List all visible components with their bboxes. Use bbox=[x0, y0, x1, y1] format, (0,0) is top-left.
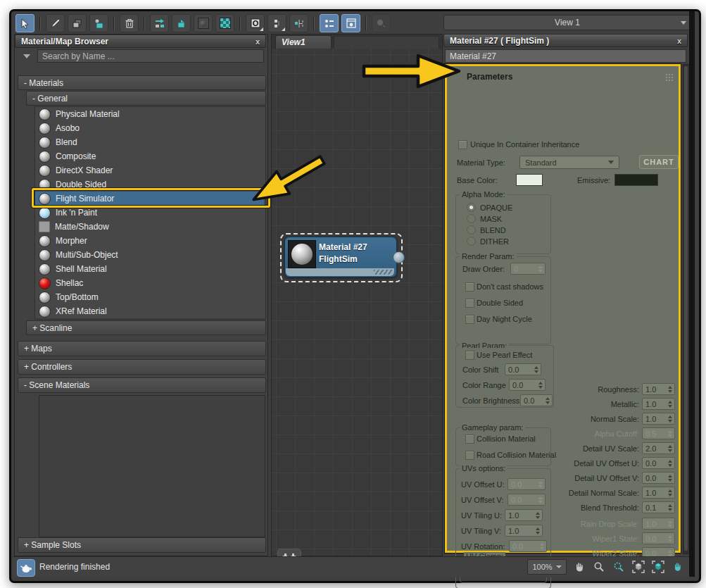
search-options-button[interactable] bbox=[19, 50, 34, 62]
alpha-mask-radio[interactable] bbox=[467, 214, 476, 223]
blend-threshold-spinner[interactable]: 0.1 bbox=[642, 501, 675, 513]
draw-order-spinner[interactable]: 0 bbox=[510, 263, 546, 275]
material-item-matte-shadow[interactable]: Matte/Shadow bbox=[35, 220, 264, 234]
alpha-blend-radio[interactable] bbox=[467, 225, 476, 234]
material-item-morpher[interactable]: Morpher bbox=[35, 234, 264, 249]
material-name-field[interactable]: Material #27 bbox=[445, 49, 686, 63]
chart-button[interactable]: CHART bbox=[639, 155, 679, 169]
zero-slots-button[interactable]: O bbox=[246, 14, 265, 32]
browser-header[interactable]: Material/Map Browser x bbox=[15, 35, 266, 48]
metallic-spinner[interactable]: 1.0 bbox=[642, 398, 675, 410]
spinner-arrows-icon[interactable] bbox=[534, 527, 542, 534]
material-item-xref-material[interactable]: XRef Material bbox=[35, 304, 264, 319]
dont-cast-shadows-checkbox[interactable] bbox=[465, 282, 474, 292]
layout-children-button[interactable] bbox=[267, 14, 286, 32]
group-sample-slots[interactable]: + Sample Slots bbox=[18, 537, 266, 553]
delete-selected-button[interactable] bbox=[120, 14, 139, 32]
material-item-directx-shader[interactable]: DirectX Shader bbox=[35, 163, 264, 178]
detail-uv-offset-u-spinner[interactable]: 0.0 bbox=[642, 457, 675, 469]
view-selector-dropdown[interactable]: View 1 bbox=[443, 15, 691, 30]
pan-tool-button[interactable] bbox=[572, 560, 586, 575]
spinner-arrows-icon[interactable] bbox=[666, 460, 674, 467]
material-item-top-bottom[interactable]: Top/Bottom bbox=[35, 290, 264, 305]
material-item-asobo[interactable]: Asobo bbox=[35, 121, 264, 136]
group-maps[interactable]: + Maps bbox=[18, 341, 266, 356]
material-item-ink-n-paint[interactable]: Ink 'n Paint bbox=[35, 206, 264, 220]
zoom-extents-selected-button[interactable] bbox=[650, 560, 665, 575]
scrollbar-thumb[interactable] bbox=[684, 66, 688, 551]
group-scanline[interactable]: + Scanline bbox=[26, 320, 266, 335]
roughness-spinner[interactable]: 1.0 bbox=[642, 383, 675, 395]
material-item-physical-material[interactable]: Physical Material bbox=[35, 107, 264, 122]
spinner-arrows-icon[interactable] bbox=[666, 386, 674, 393]
node-resize-grip[interactable] bbox=[374, 270, 392, 275]
rollout-title[interactable]: Parameters bbox=[467, 72, 512, 82]
toggle-parameter-editor-button[interactable] bbox=[341, 14, 360, 32]
double-sided-checkbox[interactable] bbox=[465, 299, 474, 308]
color-shift-spinner[interactable]: 0.0 bbox=[505, 363, 541, 375]
show-checker-background-button[interactable] bbox=[215, 14, 234, 32]
material-item-multi-sub-object[interactable]: Multi/Sub-Object bbox=[35, 248, 264, 263]
material-item-composite[interactable]: Composite bbox=[35, 149, 264, 164]
material-item-shell-material[interactable]: Shell Material bbox=[35, 262, 264, 277]
detail-uv-scale-spinner[interactable]: 2.0 bbox=[642, 442, 675, 454]
put-material-to-scene-button[interactable] bbox=[68, 14, 87, 32]
node-output-socket[interactable] bbox=[393, 251, 405, 263]
layout-all-button[interactable] bbox=[289, 14, 308, 32]
tab-empty[interactable] bbox=[334, 36, 439, 49]
detail-uv-offset-v-spinner[interactable]: 0.0 bbox=[642, 472, 675, 484]
rollout-grip-icon[interactable] bbox=[665, 73, 673, 81]
normal-scale-spinner[interactable]: 1.0 bbox=[642, 413, 675, 425]
spinner-arrows-icon[interactable] bbox=[536, 496, 545, 503]
material-sphere-icon bbox=[39, 235, 51, 247]
spinner-arrows-icon[interactable] bbox=[666, 401, 674, 408]
zoom-level-dropdown[interactable]: 100% bbox=[527, 559, 567, 575]
alpha-dither-radio[interactable] bbox=[467, 237, 476, 246]
spinner-arrows-icon[interactable] bbox=[666, 445, 674, 452]
spinner-arrows-icon[interactable] bbox=[666, 489, 674, 496]
road-collision-material-checkbox[interactable] bbox=[465, 451, 474, 460]
render-status-button[interactable] bbox=[17, 559, 35, 577]
move-children-icon bbox=[154, 18, 165, 29]
spinner-arrows-icon[interactable] bbox=[666, 504, 674, 511]
zoom-region-tool-button[interactable] bbox=[611, 560, 626, 575]
editor-header[interactable]: Material #27 ( FlightSim ) x bbox=[443, 34, 688, 47]
detail-normal-scale-spinner[interactable]: 1.0 bbox=[642, 487, 675, 499]
emissive-swatch[interactable] bbox=[614, 174, 658, 186]
pan-all-views-button[interactable] bbox=[670, 560, 685, 575]
spinner-arrows-icon[interactable] bbox=[666, 475, 674, 482]
spinner-arrows-icon[interactable] bbox=[534, 512, 542, 519]
use-pearl-effect-checkbox[interactable] bbox=[465, 351, 474, 360]
unique-in-container-checkbox[interactable] bbox=[458, 140, 467, 149]
group-controllers[interactable]: + Controllers bbox=[18, 359, 266, 375]
show-background-button[interactable] bbox=[194, 14, 213, 32]
hide-unused-nodeslots-button[interactable] bbox=[172, 14, 191, 32]
tab-view1[interactable]: View1 bbox=[275, 35, 332, 49]
search-input[interactable]: Search by Name ... bbox=[37, 49, 264, 63]
group-materials[interactable]: - Materials bbox=[18, 75, 266, 90]
node-canvas[interactable]: Material #27 FlightSim bbox=[272, 49, 442, 556]
toggle-material-map-browser-button[interactable] bbox=[320, 14, 339, 32]
material-item-blend[interactable]: Blend bbox=[35, 135, 264, 150]
collision-material-checkbox[interactable] bbox=[465, 434, 474, 444]
spinner-arrows-icon[interactable] bbox=[532, 366, 541, 373]
editor-close-button[interactable]: x bbox=[677, 37, 681, 45]
day-night-cycle-checkbox[interactable] bbox=[465, 315, 474, 324]
material-item-shellac[interactable]: Shellac bbox=[35, 276, 264, 291]
select-tool-button[interactable] bbox=[15, 14, 34, 32]
pick-material-button[interactable] bbox=[46, 14, 65, 32]
material-type-dropdown[interactable]: Standard bbox=[519, 156, 619, 169]
alpha-opaque-radio[interactable] bbox=[467, 203, 476, 212]
base-color-swatch[interactable] bbox=[516, 174, 543, 186]
material-node[interactable]: Material #27 FlightSim bbox=[284, 237, 397, 277]
group-general[interactable]: - General bbox=[26, 91, 266, 106]
group-scene-materials[interactable]: - Scene Materials bbox=[18, 377, 266, 393]
assign-material-to-selection-button[interactable] bbox=[89, 14, 108, 32]
zoom-extents-button[interactable] bbox=[631, 560, 645, 575]
spinner-arrows-icon[interactable] bbox=[666, 415, 674, 423]
move-children-button[interactable] bbox=[150, 14, 169, 32]
browser-close-button[interactable]: x bbox=[256, 37, 260, 46]
spinner-arrows-icon[interactable] bbox=[538, 543, 546, 550]
zoom-tool-button[interactable] bbox=[591, 560, 606, 575]
spinner-arrows-icon[interactable] bbox=[536, 265, 545, 273]
